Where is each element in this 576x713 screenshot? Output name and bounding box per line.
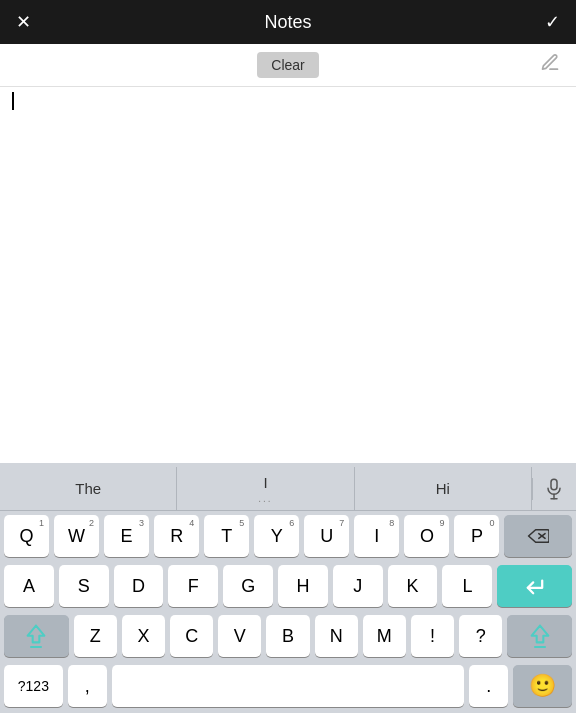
confirm-button[interactable]: ✓ — [545, 11, 560, 33]
shift-key-right[interactable] — [507, 615, 572, 657]
key-o[interactable]: 9O — [404, 515, 449, 557]
key-f[interactable]: F — [168, 565, 218, 607]
text-cursor — [12, 92, 14, 110]
autocomplete-text-the: The — [75, 480, 101, 497]
key-c[interactable]: C — [170, 615, 213, 657]
key-u[interactable]: 7U — [304, 515, 349, 557]
autocomplete-text-i: I — [263, 474, 267, 491]
note-text-area[interactable] — [0, 86, 576, 463]
key-x[interactable]: X — [122, 615, 165, 657]
key-r[interactable]: 4R — [154, 515, 199, 557]
key-i[interactable]: 8I — [354, 515, 399, 557]
key-row-1: 1Q 2W 3E 4R 5T 6Y 7U 8I 9O 0P — [0, 511, 576, 561]
edit-icon[interactable] — [540, 53, 560, 78]
key-l[interactable]: L — [442, 565, 492, 607]
key-m[interactable]: M — [363, 615, 406, 657]
autocomplete-text-hi: Hi — [436, 480, 450, 497]
num-key[interactable]: ?123 — [4, 665, 63, 707]
keyboard: The I ... Hi 1Q 2W 3E 4R 5T 6Y 7U 8I 9O … — [0, 463, 576, 713]
key-s[interactable]: S — [59, 565, 109, 607]
key-h[interactable]: H — [278, 565, 328, 607]
key-e[interactable]: 3E — [104, 515, 149, 557]
shift-key-left[interactable] — [4, 615, 69, 657]
key-y[interactable]: 6Y — [254, 515, 299, 557]
autocomplete-item-the[interactable]: The — [0, 467, 177, 510]
emoji-key[interactable]: 🙂 — [513, 665, 572, 707]
key-n[interactable]: N — [315, 615, 358, 657]
key-exclaim[interactable]: ! — [411, 615, 454, 657]
key-z[interactable]: Z — [74, 615, 117, 657]
backspace-key[interactable] — [504, 515, 572, 557]
key-row-3: Z X C V B N M ! ? — [0, 611, 576, 661]
key-row-2: A S D F G H J K L — [0, 561, 576, 611]
key-q[interactable]: 1Q — [4, 515, 49, 557]
close-button[interactable]: ✕ — [16, 11, 31, 33]
return-key[interactable] — [497, 565, 572, 607]
comma-key[interactable]: , — [68, 665, 107, 707]
autocomplete-item-i[interactable]: I ... — [177, 467, 354, 510]
page-title: Notes — [264, 12, 311, 33]
key-t[interactable]: 5T — [204, 515, 249, 557]
key-a[interactable]: A — [4, 565, 54, 607]
key-v[interactable]: V — [218, 615, 261, 657]
key-g[interactable]: G — [223, 565, 273, 607]
key-d[interactable]: D — [114, 565, 164, 607]
autocomplete-item-hi[interactable]: Hi — [355, 467, 532, 510]
autocomplete-bar: The I ... Hi — [0, 467, 576, 511]
key-b[interactable]: B — [266, 615, 309, 657]
space-key[interactable] — [112, 665, 464, 707]
clear-button[interactable]: Clear — [257, 52, 318, 78]
mic-button[interactable] — [532, 478, 576, 500]
period-key[interactable]: . — [469, 665, 508, 707]
bottom-row: ?123 , . 🙂 — [0, 661, 576, 713]
key-k[interactable]: K — [388, 565, 438, 607]
key-question[interactable]: ? — [459, 615, 502, 657]
header: ✕ Notes ✓ — [0, 0, 576, 44]
key-w[interactable]: 2W — [54, 515, 99, 557]
svg-rect-0 — [551, 479, 557, 490]
key-p[interactable]: 0P — [454, 515, 499, 557]
note-toolbar: Clear — [0, 44, 576, 86]
key-j[interactable]: J — [333, 565, 383, 607]
note-area: Clear — [0, 44, 576, 463]
autocomplete-dots: ... — [258, 493, 272, 504]
